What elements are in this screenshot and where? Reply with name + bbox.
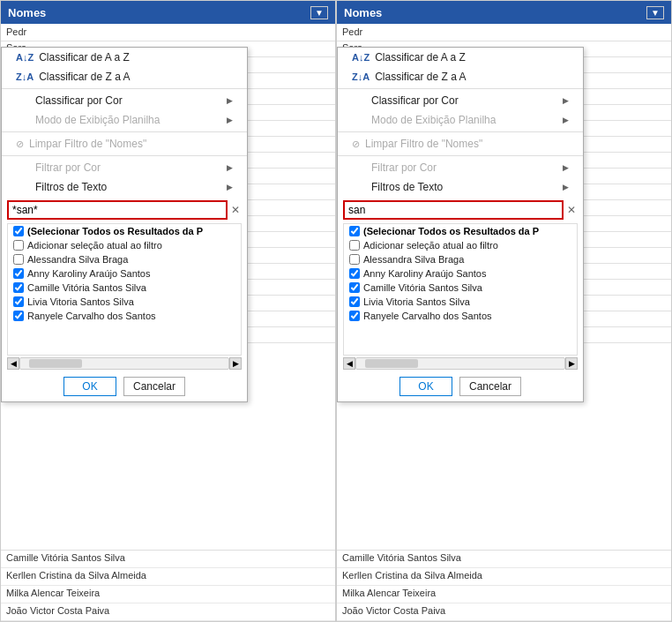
- menu-item-label: Classificar de A a Z: [39, 51, 130, 64]
- column-header[interactable]: Nomes ▼: [1, 1, 335, 24]
- checklist-checkbox-3[interactable]: [349, 268, 360, 279]
- checklist-label-0: (Selecionar Todos os Resultados da P: [27, 226, 203, 236]
- menu-item-6[interactable]: Filtros de Texto: [338, 177, 583, 197]
- menu-item-label: Modo de Exibição Planilha: [35, 114, 160, 126]
- checklist-item-0[interactable]: (Selecionar Todos os Resultados da P: [344, 224, 577, 238]
- table-row: Kerllen Cristina da Silva Almeida: [337, 568, 671, 586]
- checklist-checkbox-6[interactable]: [13, 311, 24, 321]
- checklist-label-4: Camille Vitória Santos Silva: [363, 282, 482, 293]
- checklist-item-0[interactable]: (Selecionar Todos os Resultados da P: [8, 224, 241, 238]
- checklist-checkbox-5[interactable]: [13, 296, 24, 307]
- menu-item-label: Classificar de A a Z: [375, 51, 466, 64]
- cancel-button[interactable]: Cancelar: [459, 377, 521, 396]
- filter-search-input[interactable]: [7, 200, 228, 220]
- menu-item-label: Classificar de Z a A: [39, 71, 130, 83]
- checklist-checkbox-4[interactable]: [13, 282, 24, 293]
- spreadsheet-area: PedrSoraHaleAnnyVitorDébMartDaniRailinCi…: [337, 24, 671, 550]
- panel-right: Nomes ▼PedrSoraHaleAnnyVitorDébMartDaniR…: [336, 0, 672, 622]
- search-container: ✕: [338, 197, 583, 223]
- cancel-button[interactable]: Cancelar: [123, 377, 185, 396]
- checklist-item-4[interactable]: Camille Vitória Santos Silva: [8, 281, 241, 295]
- checklist-checkbox-5[interactable]: [349, 296, 360, 307]
- checklist-item-5[interactable]: Livia Vitoria Santos Silva: [344, 295, 577, 309]
- checklist-checkbox-2[interactable]: [349, 254, 360, 265]
- scrollbar-thumb: [29, 359, 82, 368]
- checklist-label-3: Anny Karoliny Araújo Santos: [363, 268, 486, 279]
- horizontal-scrollbar[interactable]: [355, 357, 565, 370]
- menu-item-label: Classificar por Cor: [35, 94, 123, 107]
- checklist-item-2[interactable]: Alessandra Silva Braga: [8, 252, 241, 266]
- checklist-label-0: (Selecionar Todos os Resultados da P: [363, 226, 539, 236]
- scroll-left-arrow[interactable]: ◀: [343, 357, 355, 370]
- filter-checklist[interactable]: (Selecionar Todos os Resultados da PAdic…: [343, 223, 578, 356]
- filter-dropdown: A↓ZClassificar de A a ZZ↓AClassificar de…: [337, 47, 584, 402]
- checklist-item-6[interactable]: Ranyele Carvalho dos Santos: [344, 309, 577, 323]
- checklist-checkbox-6[interactable]: [349, 311, 360, 321]
- menu-item-0[interactable]: A↓ZClassificar de A a Z: [2, 48, 247, 67]
- horizontal-scrollbar-area[interactable]: ◀ ▶: [2, 356, 247, 371]
- table-row: Pedr: [1, 26, 335, 41]
- table-row: Kerllen Cristina da Silva Almeida: [1, 568, 335, 586]
- checklist-checkbox-3[interactable]: [13, 268, 24, 279]
- horizontal-scrollbar[interactable]: [19, 357, 229, 370]
- za-sort-icon: Z↓A: [16, 71, 34, 82]
- menu-item-label: Modo de Exibição Planilha: [371, 114, 496, 126]
- scroll-right-arrow[interactable]: ▶: [565, 357, 578, 370]
- header-title: Nomes: [344, 6, 382, 19]
- checklist-checkbox-1[interactable]: [13, 240, 24, 251]
- scroll-right-arrow[interactable]: ▶: [229, 357, 242, 370]
- menu-item-2[interactable]: Classificar por Cor: [2, 91, 247, 110]
- menu-item-label: Limpar Filtro de "Nomes": [365, 138, 482, 150]
- menu-item-label: Filtrar por Cor: [35, 161, 101, 174]
- menu-item-6[interactable]: Filtros de Texto: [2, 177, 247, 197]
- checklist-item-3[interactable]: Anny Karoliny Araújo Santos: [344, 266, 577, 281]
- checklist-item-1[interactable]: Adicionar seleção atual ao filtro: [344, 238, 577, 252]
- checklist-checkbox-2[interactable]: [13, 254, 24, 265]
- menu-item-label: Filtros de Texto: [371, 181, 443, 193]
- checklist-item-6[interactable]: Ranyele Carvalho dos Santos: [8, 309, 241, 323]
- bottom-cell-area: Camille Vitória Santos SilvaKerllen Cris…: [1, 550, 335, 621]
- checklist-checkbox-0[interactable]: [13, 226, 24, 236]
- column-header[interactable]: Nomes ▼: [337, 1, 671, 24]
- scroll-left-arrow[interactable]: ◀: [7, 357, 19, 370]
- checklist-label-5: Livia Vitoria Santos Silva: [27, 296, 134, 307]
- spreadsheet-area: PedrSoraHaleAnnyVitorDébMartDaniRailinCi…: [1, 24, 335, 550]
- menu-item-5: Filtrar por Cor: [2, 158, 247, 177]
- menu-item-3: Modo de Exibição Planilha: [338, 110, 583, 130]
- clear-filter-icon: ⊘: [16, 139, 24, 150]
- ok-cancel-row: OKCancelar: [2, 371, 247, 401]
- checklist-item-2[interactable]: Alessandra Silva Braga: [344, 252, 577, 266]
- dropdown-arrow-button[interactable]: ▼: [646, 6, 664, 19]
- menu-item-4: ⊘Limpar Filtro de "Nomes": [2, 134, 247, 154]
- checklist-checkbox-4[interactable]: [349, 282, 360, 293]
- checklist-item-5[interactable]: Livia Vitoria Santos Silva: [8, 295, 241, 309]
- table-row: João Victor Costa Paiva: [1, 603, 335, 621]
- checklist-item-1[interactable]: Adicionar seleção atual ao filtro: [8, 238, 241, 252]
- filter-search-input[interactable]: [343, 200, 564, 220]
- table-row: Milka Alencar Teixeira: [1, 586, 335, 603]
- checklist-item-4[interactable]: Camille Vitória Santos Silva: [344, 281, 577, 295]
- menu-item-label: Classificar por Cor: [371, 94, 459, 107]
- checklist-label-6: Ranyele Carvalho dos Santos: [27, 311, 156, 321]
- menu-item-2[interactable]: Classificar por Cor: [338, 91, 583, 110]
- checklist-item-3[interactable]: Anny Karoliny Araújo Santos: [8, 266, 241, 281]
- menu-item-1[interactable]: Z↓AClassificar de Z a A: [2, 67, 247, 86]
- menu-item-0[interactable]: A↓ZClassificar de A a Z: [338, 48, 583, 67]
- menu-item-1[interactable]: Z↓AClassificar de Z a A: [338, 67, 583, 86]
- search-clear-button[interactable]: ✕: [565, 204, 578, 216]
- search-clear-button[interactable]: ✕: [229, 204, 242, 216]
- filter-checklist[interactable]: (Selecionar Todos os Resultados da PAdic…: [7, 223, 242, 356]
- ok-button[interactable]: OK: [63, 377, 116, 396]
- checklist-label-2: Alessandra Silva Braga: [363, 254, 464, 265]
- scrollbar-thumb: [365, 359, 418, 368]
- menu-item-5: Filtrar por Cor: [338, 158, 583, 177]
- table-row: João Victor Costa Paiva: [337, 603, 671, 621]
- checklist-checkbox-0[interactable]: [349, 226, 360, 236]
- checklist-checkbox-1[interactable]: [349, 240, 360, 251]
- menu-item-3: Modo de Exibição Planilha: [2, 110, 247, 130]
- dropdown-arrow-button[interactable]: ▼: [310, 6, 328, 19]
- checklist-label-5: Livia Vitoria Santos Silva: [363, 296, 470, 307]
- ok-button[interactable]: OK: [399, 377, 452, 396]
- horizontal-scrollbar-area[interactable]: ◀ ▶: [338, 356, 583, 371]
- checklist-label-3: Anny Karoliny Araújo Santos: [27, 268, 150, 279]
